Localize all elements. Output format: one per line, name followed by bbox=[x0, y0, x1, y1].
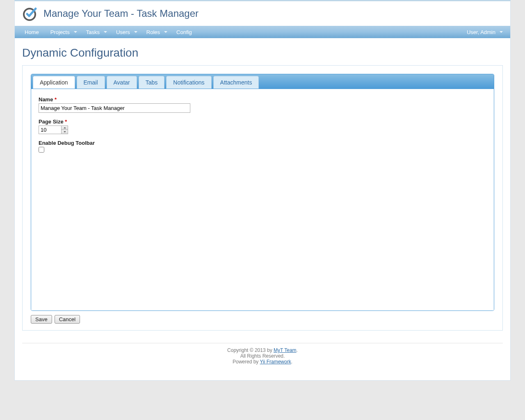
tab-attachments[interactable]: Attachments bbox=[213, 76, 259, 89]
chevron-down-icon bbox=[164, 31, 167, 33]
navbar: Home Projects Tasks Users Roles Config U… bbox=[15, 26, 510, 38]
footer-copyright: Copyright © 2013 by MyT Team. bbox=[22, 347, 503, 353]
nav-home[interactable]: Home bbox=[19, 26, 45, 38]
navbar-right: User, Admin bbox=[461, 26, 506, 38]
nav-user-label: User, Admin bbox=[467, 29, 495, 35]
footer-powered: Powered by Yii Framework. bbox=[22, 359, 503, 365]
nav-roles[interactable]: Roles bbox=[141, 26, 171, 38]
cancel-button[interactable]: Cancel bbox=[55, 315, 80, 324]
nav-home-label: Home bbox=[25, 29, 39, 35]
name-label: Name * bbox=[39, 96, 486, 103]
nav-tasks-label: Tasks bbox=[86, 29, 100, 35]
tab-avatar[interactable]: Avatar bbox=[107, 76, 137, 89]
nav-projects-label: Projects bbox=[50, 29, 70, 35]
spinner bbox=[61, 126, 68, 134]
page-size-stepper bbox=[39, 126, 68, 134]
name-input[interactable] bbox=[39, 103, 190, 113]
debug-checkbox[interactable] bbox=[39, 147, 44, 153]
field-page-size: Page Size * bbox=[39, 119, 486, 134]
nav-user-menu[interactable]: User, Admin bbox=[461, 26, 506, 38]
required-indicator: * bbox=[65, 119, 67, 125]
tab-tabs[interactable]: Tabs bbox=[139, 76, 165, 89]
tab-container: Application Email Avatar Tabs Notificati… bbox=[31, 74, 494, 311]
navbar-left: Home Projects Tasks Users Roles Config bbox=[19, 26, 198, 38]
page-title: Dynamic Configuration bbox=[22, 46, 503, 59]
nav-projects[interactable]: Projects bbox=[45, 26, 80, 38]
form-panel: Application Email Avatar Tabs Notificati… bbox=[22, 65, 503, 331]
nav-users-label: Users bbox=[116, 29, 130, 35]
tab-body: Name * Page Size * bbox=[31, 89, 494, 310]
chevron-down-icon bbox=[104, 31, 107, 33]
tab-notifications[interactable]: Notifications bbox=[166, 76, 211, 89]
field-debug: Enable Debug Toolbar bbox=[39, 140, 486, 154]
chevron-down-icon bbox=[134, 31, 137, 33]
buttons-row: Save Cancel bbox=[31, 315, 494, 324]
save-button[interactable]: Save bbox=[31, 315, 52, 324]
header: Manage Your Team - Task Manager bbox=[15, 1, 510, 26]
spinner-down-button[interactable] bbox=[62, 130, 68, 134]
debug-label: Enable Debug Toolbar bbox=[39, 140, 486, 146]
footer-framework-link[interactable]: Yii Framework bbox=[260, 359, 291, 365]
tab-email[interactable]: Email bbox=[77, 76, 105, 89]
footer-team-link[interactable]: MyT Team bbox=[274, 347, 297, 353]
spinner-up-button[interactable] bbox=[62, 126, 68, 130]
nav-config-label: Config bbox=[176, 29, 192, 35]
footer-rights: All Rights Reserved. bbox=[22, 353, 503, 359]
nav-tasks[interactable]: Tasks bbox=[80, 26, 110, 38]
page-size-label: Page Size * bbox=[39, 119, 486, 125]
page-size-input[interactable] bbox=[39, 126, 61, 134]
chevron-down-icon bbox=[64, 131, 66, 132]
app-logo-icon bbox=[21, 5, 38, 22]
nav-config[interactable]: Config bbox=[171, 26, 198, 38]
app-title: Manage Your Team - Task Manager bbox=[43, 8, 199, 19]
nav-users[interactable]: Users bbox=[110, 26, 141, 38]
chevron-down-icon bbox=[74, 31, 77, 33]
chevron-up-icon bbox=[64, 127, 66, 128]
footer: Copyright © 2013 by MyT Team. All Rights… bbox=[22, 343, 503, 372]
tab-header: Application Email Avatar Tabs Notificati… bbox=[31, 74, 494, 89]
chevron-down-icon bbox=[500, 31, 503, 33]
tab-application[interactable]: Application bbox=[33, 76, 75, 89]
field-name: Name * bbox=[39, 96, 486, 113]
nav-roles-label: Roles bbox=[146, 29, 160, 35]
content: Dynamic Configuration Application Email … bbox=[15, 38, 510, 380]
required-indicator: * bbox=[55, 96, 57, 103]
